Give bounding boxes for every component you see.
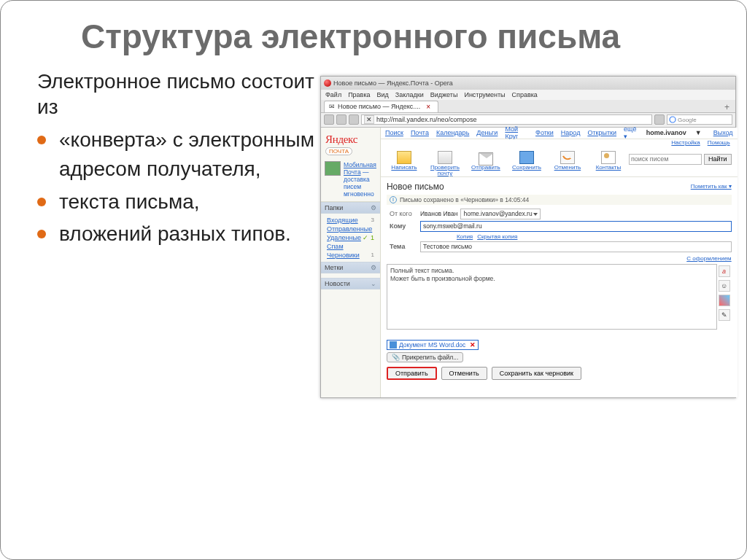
subject-label: Тема [387,241,420,252]
gear-icon[interactable]: ⚙ [371,264,376,271]
save-draft-button[interactable]: Сохранить как черновик [492,367,581,380]
remove-attachment-icon[interactable]: ✕ [470,341,476,349]
yandex-logo: Яндекс [325,133,376,146]
envelope-icon [479,152,493,166]
settings-link[interactable]: Настройка [671,139,700,148]
chevron-down-icon[interactable]: ▼ [695,129,702,136]
folder-count: 3 [371,217,374,224]
logout-link[interactable]: Выход [713,129,733,136]
tab-label: Новое письмо — Яндекс.... [338,103,420,110]
slide-subtitle: Электронное письмо состоит из [30,69,314,120]
folder-count: ✓ 1 [363,234,374,241]
browser-search[interactable]: Google [667,114,732,125]
nav-link[interactable]: Открытки [587,129,616,136]
promo-link[interactable]: Мобильная Почта [344,161,376,176]
news-header[interactable]: Новости ⌄ [321,278,380,289]
back-button[interactable] [324,114,334,125]
send-button[interactable]: Отправить [465,149,506,171]
disk-icon [519,151,534,164]
help-link[interactable]: Помощь [708,139,730,148]
svg-point-0 [670,117,676,122]
url-field[interactable]: ✕ http://mail.yandex.ru/neo/compose [361,114,652,125]
browser-tab[interactable]: ✉ Новое письмо — Яндекс.... × [324,101,438,112]
folders-header[interactable]: Папки ⚙ [321,202,380,214]
cancel-mail-button[interactable]: Отменить [441,367,487,380]
forward-button[interactable] [336,114,347,125]
from-email-select[interactable]: home.ivanov@yandex.ru [460,209,540,219]
palette-icon[interactable] [719,295,730,306]
dropdown-icon[interactable] [654,114,665,125]
protocol-icon: ✕ [364,115,374,124]
nav-link[interactable]: Народ [561,129,581,136]
gear-icon[interactable]: ⚙ [371,204,376,211]
menu-item[interactable]: Вид [377,91,389,98]
nav-more[interactable]: ещё ▾ [624,125,639,140]
word-icon [390,341,397,349]
send-mail-button[interactable]: Отправить [387,367,437,380]
contacts-button[interactable]: Контакты [588,149,629,171]
menu-item[interactable]: Правка [348,91,370,98]
to-label: Кому [387,221,420,232]
mail-search-button[interactable]: Найти [704,154,732,165]
search-placeholder: Google [678,117,697,123]
format-icon[interactable]: a [719,265,730,277]
mark-as-link[interactable]: Пометить как ▾ [691,183,732,190]
save-button[interactable]: Сохранить [506,149,547,171]
emoji-icon[interactable]: ☺ [719,280,730,292]
menu-item[interactable]: Инструменты [464,91,505,98]
reload-button[interactable] [349,114,359,125]
info-icon: i [390,196,397,203]
labels-header[interactable]: Метки ⚙ [321,262,380,273]
cancel-button[interactable]: Отменить [547,149,588,171]
opera-icon [324,79,331,87]
mail-search-input[interactable] [629,154,702,165]
bullet-item: вложений разных типов. [37,219,314,249]
menu-item[interactable]: Файл [325,91,341,98]
cc-link[interactable]: Копия [457,233,473,240]
mail-badge: почта [325,147,352,155]
collapse-icon[interactable]: ⌄ [371,280,376,287]
check-mail-button[interactable]: Проверить почту [425,149,465,176]
nav-link[interactable]: Мой Круг [505,125,528,140]
menu-item[interactable]: Виджеты [430,91,458,98]
attach-file-button[interactable]: 📎 Прикрепить файл... [387,352,463,362]
with-design-link[interactable]: С оформлением [387,255,732,262]
subject-input[interactable] [420,241,732,252]
section-title: Метки [325,264,343,271]
folder-inbox[interactable]: Входящие [327,217,358,224]
nav-link[interactable]: Поиск [385,129,403,136]
bullet-item: «конверта» с электронным адресом получат… [37,125,314,184]
google-icon [669,116,676,123]
paperclip-icon: 📎 [392,354,400,361]
contacts-icon [601,151,616,164]
slide-title: Структура электронного письма [30,18,717,55]
folder-deleted[interactable]: Удаленные [327,234,361,241]
folder-spam[interactable]: Спам [327,243,344,250]
section-title: Новости [325,280,350,287]
menu-item[interactable]: Закладки [395,91,424,98]
promo-box[interactable]: Мобильная Почта — доставка писем мгновен… [321,158,380,202]
saved-info-text: Письмо сохранено в «Черновики» в 14:05:4… [400,196,529,203]
attach-icon[interactable]: ✎ [719,309,730,321]
user-name[interactable]: home.ivanov [646,129,686,136]
attachment-name: Документ MS Word.doc [399,341,465,349]
from-label: От кого [387,209,420,219]
folder-sent[interactable]: Отправленные [327,225,372,233]
nav-link[interactable]: Деньги [476,129,498,136]
compose-icon [397,151,411,164]
to-input[interactable] [420,221,732,232]
body-textarea[interactable]: Полный текст письма. Может быть в произв… [387,264,717,330]
nav-link[interactable]: Календарь [436,129,469,136]
nav-link[interactable]: Фотки [535,129,554,136]
url-text: http://mail.yandex.ru/neo/compose [376,116,477,123]
bcc-link[interactable]: Скрытая копия [477,233,517,240]
close-icon[interactable]: × [426,103,430,111]
new-tab-button[interactable]: + [724,102,732,112]
menu-item[interactable]: Справка [512,91,538,98]
nav-link[interactable]: Почта [411,129,429,136]
folder-drafts[interactable]: Черновики [327,252,360,259]
from-name: Иванов Иван [420,210,458,217]
menu-bar[interactable]: Файл Правка Вид Закладки Виджеты Инструм… [321,90,735,100]
compose-button[interactable]: Написать [384,149,425,171]
attachment-chip[interactable]: Документ MS Word.doc ✕ [387,340,479,350]
